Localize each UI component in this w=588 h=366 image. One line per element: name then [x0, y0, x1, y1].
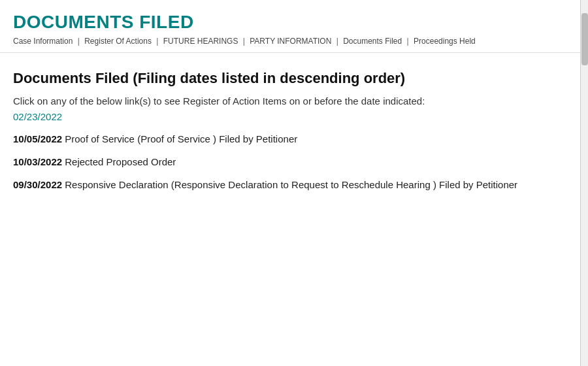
- breadcrumb-party-information[interactable]: PARTY INFORMATION: [250, 37, 331, 46]
- doc-date-1: 10/05/2022: [13, 133, 62, 144]
- breadcrumb-separator-5: |: [407, 37, 409, 46]
- doc-date-3: 09/30/2022: [13, 179, 62, 190]
- scrollbar-thumb[interactable]: [581, 13, 588, 65]
- instruction-text: Click on any of the below link(s) to see…: [13, 93, 575, 108]
- doc-date-2: 10/03/2022: [13, 156, 62, 167]
- breadcrumb: Case Information | Register Of Actions |…: [13, 37, 575, 46]
- document-entry-2: 10/03/2022 Rejected Proposed Order: [13, 154, 575, 169]
- document-entry-1: 10/05/2022 Proof of Service (Proof of Se…: [13, 131, 575, 146]
- breadcrumb-register-of-actions[interactable]: Register Of Actions: [84, 37, 152, 46]
- breadcrumb-documents-filed[interactable]: Documents Filed: [343, 37, 402, 46]
- doc-description-3: Responsive Declaration (Responsive Decla…: [65, 179, 517, 190]
- main-content: Documents Filed (Filing dates listed in …: [0, 53, 588, 214]
- breadcrumb-proceedings-held[interactable]: Proceedings Held: [414, 37, 476, 46]
- page-title: DOCUMENTS FILED: [13, 12, 575, 33]
- breadcrumb-separator-2: |: [156, 37, 158, 46]
- scrollbar-track[interactable]: [580, 0, 588, 366]
- breadcrumb-separator-4: |: [336, 37, 338, 46]
- header: DOCUMENTS FILED Case Information | Regis…: [0, 0, 588, 53]
- breadcrumb-separator-3: |: [243, 37, 245, 46]
- document-entry-3: 09/30/2022 Responsive Declaration (Respo…: [13, 177, 575, 192]
- section-heading: Documents Filed (Filing dates listed in …: [13, 69, 575, 88]
- breadcrumb-separator-1: |: [78, 37, 80, 46]
- breadcrumb-future-hearings[interactable]: FUTURE HEARINGS: [163, 37, 238, 46]
- register-date-link[interactable]: 02/23/2022: [13, 111, 62, 122]
- breadcrumb-case-information[interactable]: Case Information: [13, 37, 73, 46]
- doc-description-2: Rejected Proposed Order: [65, 156, 176, 167]
- doc-description-1: Proof of Service (Proof of Service ) Fil…: [65, 133, 297, 144]
